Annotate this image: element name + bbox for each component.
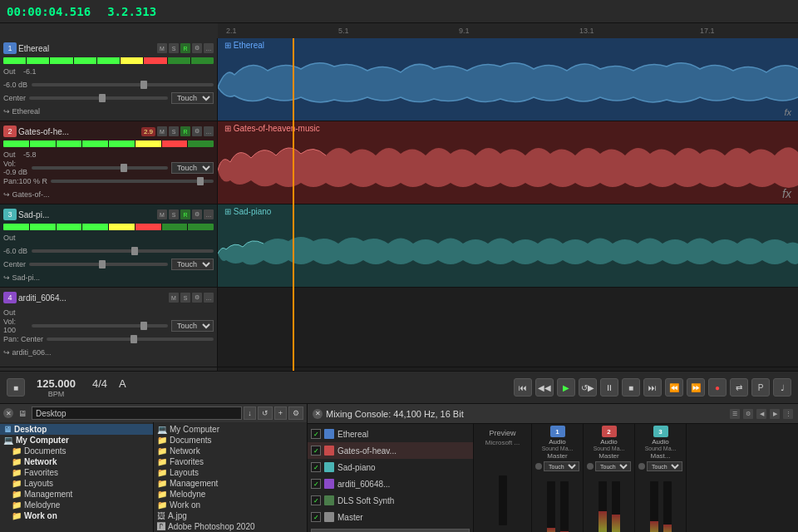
track-record-1[interactable]: R xyxy=(180,43,190,53)
right-tree-ajpg[interactable]: 🖼 A.jpg xyxy=(154,510,307,521)
punch-btn[interactable]: P xyxy=(751,378,770,397)
loop-play-btn[interactable]: ↺▶ xyxy=(579,378,597,397)
file-browser-close[interactable]: ✕ xyxy=(3,408,13,418)
track-settings-1[interactable]: ⚙ xyxy=(192,43,202,53)
mixing-nav2-btn[interactable]: ▶ xyxy=(770,409,780,419)
mixing-menu-btn[interactable]: ☰ xyxy=(730,409,740,419)
ch-touch-dropdown-3[interactable]: Touch xyxy=(647,461,682,471)
preview-label: Preview xyxy=(489,429,515,437)
record-btn[interactable]: ● xyxy=(708,378,727,397)
tree-item-workon[interactable]: 📁 Work on xyxy=(0,510,153,521)
ch-touch-dropdown-1[interactable]: Touch xyxy=(544,461,579,471)
right-tree-management[interactable]: 📁 Management xyxy=(154,478,307,489)
right-tree-layouts[interactable]: 📁 Layouts xyxy=(154,467,307,478)
stop-button[interactable]: ■ xyxy=(7,378,25,397)
pan-slider-4[interactable] xyxy=(47,337,214,341)
right-tree-workon[interactable]: 📁 Work on xyxy=(154,500,307,510)
vol-slider-3[interactable] xyxy=(32,249,214,253)
mixing-more-btn[interactable]: ⋮ xyxy=(783,409,793,419)
mixing-close-btn[interactable]: ✕ xyxy=(313,409,323,419)
track-solo-4[interactable]: S xyxy=(180,293,190,303)
track-settings-4[interactable]: ⚙ xyxy=(192,293,202,303)
waveform-1[interactable]: ⊞ Ethereal fx xyxy=(218,38,798,121)
path-input[interactable] xyxy=(32,406,242,420)
mix-check-6[interactable]: ✓ xyxy=(311,512,321,522)
waveform-4[interactable] xyxy=(218,288,798,367)
loop-btn[interactable]: ⇄ xyxy=(730,378,748,397)
track-number-1: 1 xyxy=(3,42,17,54)
metronome-btn[interactable]: ♩ xyxy=(773,378,791,397)
rewind-btn[interactable]: ◀◀ xyxy=(535,378,554,397)
track-mute-4[interactable]: M xyxy=(169,293,179,303)
path-add-btn[interactable]: + xyxy=(274,406,287,420)
vol-slider-1[interactable] xyxy=(32,83,214,86)
track-settings-3[interactable]: ⚙ xyxy=(192,209,202,219)
right-tree-favorites[interactable]: 📁 Favorites xyxy=(154,456,307,467)
vol-slider-2[interactable] xyxy=(32,166,168,170)
track-solo-2[interactable]: S xyxy=(169,126,179,136)
path-refresh-btn[interactable]: ↺ xyxy=(258,406,273,420)
mix-track-ethereal[interactable]: ✓ Ethereal xyxy=(308,426,473,442)
track-more-3[interactable]: … xyxy=(204,209,214,219)
touch-dropdown-2[interactable]: Touch xyxy=(171,162,214,174)
mix-track-gates[interactable]: ✓ Gates-of-heav... xyxy=(308,442,473,459)
mix-track-dls[interactable]: ✓ DLS Soft Synth xyxy=(308,492,473,509)
rewind-start-btn[interactable]: ⏮ xyxy=(514,378,532,397)
waveform-2[interactable]: ⊞ Gates-of-heaven-music fx xyxy=(218,121,798,204)
fwd-end-btn[interactable]: ⏭ xyxy=(643,378,662,397)
tree-item-documents[interactable]: 📁 Documents xyxy=(0,446,153,456)
pause-btn[interactable]: ⏸ xyxy=(600,378,618,397)
stop-btn2[interactable]: ■ xyxy=(622,378,640,397)
mix-check-4[interactable]: ✓ xyxy=(311,479,321,489)
mixing-nav-btn[interactable]: ◀ xyxy=(756,409,766,419)
pan-slider-2[interactable] xyxy=(51,180,214,183)
track-solo-1[interactable]: S xyxy=(169,43,179,53)
touch-dropdown-3[interactable]: Touch xyxy=(171,259,214,270)
tree-item-melodyne[interactable]: 📁 Melodyne xyxy=(0,500,153,510)
track-settings-2[interactable]: ⚙ xyxy=(192,126,202,136)
track-record-2[interactable]: R xyxy=(180,126,190,136)
back-btn[interactable]: ⏪ xyxy=(665,378,683,397)
show-all-btn[interactable]: Show All xyxy=(311,529,470,532)
tree-item-management[interactable]: 📁 Management xyxy=(0,489,153,500)
pan-slider-1[interactable] xyxy=(29,96,168,100)
track-more-1[interactable]: … xyxy=(204,43,214,53)
track-more-4[interactable]: … xyxy=(204,293,214,303)
right-tree-melodyne[interactable]: 📁 Melodyne xyxy=(154,489,307,500)
tree-item-desktop[interactable]: 🖥 Desktop xyxy=(0,424,153,435)
path-config-btn[interactable]: ⚙ xyxy=(288,406,303,420)
pan-slider-3[interactable] xyxy=(29,263,168,266)
track-mute-2[interactable]: M xyxy=(157,126,167,136)
path-go-btn[interactable]: ↓ xyxy=(244,406,256,420)
tree-item-layouts[interactable]: 📁 Layouts xyxy=(0,478,153,489)
waveform-3[interactable]: ⊞ Sad-piano xyxy=(218,204,798,288)
track-name-2: Gates-of-he... xyxy=(18,127,138,136)
tree-item-network[interactable]: 📁 Network xyxy=(0,456,153,467)
touch-dropdown-1[interactable]: Touch xyxy=(171,92,214,104)
mix-check-3[interactable]: ✓ xyxy=(311,462,321,472)
right-tree-photoshop[interactable]: 🅿 Adobe Photoshop 2020 xyxy=(154,521,307,532)
vol-slider-4[interactable] xyxy=(32,324,168,328)
touch-dropdown-4[interactable]: Touch xyxy=(171,320,214,332)
track-more-2[interactable]: … xyxy=(204,126,214,136)
track-mute-3[interactable]: M xyxy=(157,209,167,219)
right-tree-documents[interactable]: 📁 Documents xyxy=(154,435,307,446)
folder-icon-r-mgmt: 📁 xyxy=(157,479,167,488)
mix-track-arditi[interactable]: ✓ arditi_60648... xyxy=(308,475,473,492)
mix-check-2[interactable]: ✓ xyxy=(311,446,321,456)
track-record-3[interactable]: R xyxy=(180,209,190,219)
fwd-btn[interactable]: ⏩ xyxy=(687,378,705,397)
ch-touch-dropdown-2[interactable]: Touch xyxy=(595,461,631,471)
track-solo-3[interactable]: S xyxy=(169,209,179,219)
mix-track-master[interactable]: ✓ Master xyxy=(308,509,473,525)
right-tree-network[interactable]: 📁 Network xyxy=(154,446,307,456)
mix-track-sad[interactable]: ✓ Sad-piano xyxy=(308,459,473,475)
mixing-settings-btn[interactable]: ⚙ xyxy=(743,409,753,419)
tree-item-favorites[interactable]: 📁 Favorites xyxy=(0,467,153,478)
mix-check-5[interactable]: ✓ xyxy=(311,495,321,505)
track-mute-1[interactable]: M xyxy=(157,43,167,53)
mix-check-1[interactable]: ✓ xyxy=(311,429,321,439)
right-tree-mycomputer[interactable]: 💻 My Computer xyxy=(154,424,307,435)
tree-item-mycomputer[interactable]: 💻 My Computer xyxy=(0,435,153,446)
play-btn[interactable]: ▶ xyxy=(557,378,575,397)
